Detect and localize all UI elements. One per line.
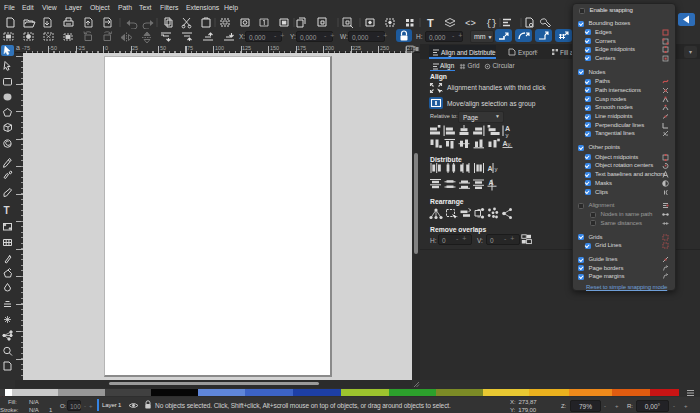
svg-text:A: A bbox=[488, 165, 493, 172]
svg-text:T: T bbox=[427, 17, 434, 29]
svg-text:<>: <> bbox=[465, 19, 476, 29]
svg-text:y: y bbox=[506, 132, 509, 138]
svg-text:y: y bbox=[495, 166, 498, 172]
svg-text:{}: {} bbox=[486, 19, 497, 29]
svg-text:T: T bbox=[4, 205, 10, 216]
svg-text:y,: y, bbox=[508, 141, 513, 147]
svg-text:A: A bbox=[489, 179, 494, 186]
svg-text:A: A bbox=[505, 125, 510, 132]
